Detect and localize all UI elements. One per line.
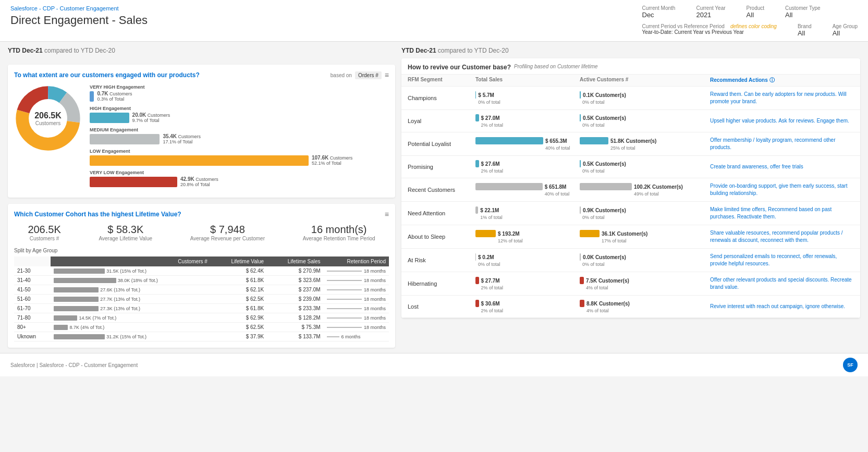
eng-bar — [90, 91, 94, 102]
lifetime-value-cell: $ 61.8K — [211, 304, 267, 313]
metric-value: 16 month(s) — [303, 224, 375, 236]
rfm-row: At Risk $ 0.2M 0% of total 0.0K Customer… — [401, 249, 860, 272]
lifetime-sales-cell: $ 128.2M — [267, 313, 323, 323]
rfm-segment-label: Loyal — [408, 118, 475, 124]
rfm-row: Loyal $ 27.0M 2% of total 0.5K Customer(… — [401, 110, 860, 132]
lifetime-sales-cell: $ 323.6M — [267, 276, 323, 285]
engagement-row: MEDIUM Engagement 35.4K Customers17.1% o… — [90, 127, 389, 144]
retention-cell: 18 months — [324, 295, 389, 304]
rfm-action-text: Send personalized emails to reconnect, o… — [710, 253, 854, 267]
rfm-action-text: Offer other relevant products and specia… — [710, 276, 854, 291]
product-filter[interactable]: Product All — [747, 5, 764, 19]
page-title: Direct Engagement - Sales — [10, 14, 148, 27]
metric-label: Average Lifetime Value — [99, 236, 152, 241]
period-value: Year-to-Date: Current Year vs Previous Y… — [642, 29, 777, 35]
rfm-segment-label: Promising — [408, 164, 475, 170]
rfm-sales-cell: $ 27.7M 2% of total — [475, 277, 580, 290]
eng-info: 35.4K Customers17.1% of Total — [163, 133, 201, 144]
rfm-action-text: Provide on-boarding support, give them e… — [710, 182, 854, 197]
period-label: Current Period vs Reference Period — [642, 23, 725, 29]
rfm-action-text: Share valuable resources, recommend popu… — [710, 229, 854, 244]
lifetime-value-cell: $ 61.8K — [211, 276, 267, 285]
age-group-cell: 80+ — [14, 323, 51, 332]
rfm-segment-label: Hibernating — [408, 280, 475, 287]
eng-bar-row: 20.0K Customers9.7% of Total — [90, 112, 389, 123]
rfm-customers-cell: 8.8K Customer(s) 4% of total — [580, 300, 710, 313]
rfm-customers-cell: 0.1K Customer(s) 0% of total — [580, 91, 710, 105]
current-month-value: Dec — [642, 11, 676, 19]
engagement-menu-icon[interactable]: ≡ — [385, 71, 389, 79]
brand-filter[interactable]: Brand All — [798, 23, 812, 37]
rfm-row: Lost $ 30.6M 2% of total 8.8K Customer(s… — [401, 296, 860, 318]
rfm-subtitle: Profiling based on Customer lifetime — [514, 64, 598, 71]
cohort-table-body: 21-30 31.5K (15% of Tot.) $ 62.4K $ 270.… — [14, 266, 389, 341]
rfm-action-text: Make limited time offers, Recommend base… — [710, 206, 854, 221]
rfm-col-sales: Total Sales — [475, 77, 580, 84]
period-comparison-right: compared to YTD Dec-20 — [438, 47, 509, 54]
rfm-row: About to Sleep $ 193.2M 12% of total 36.… — [401, 225, 860, 249]
current-month-filter[interactable]: Current Month Dec — [642, 5, 676, 19]
customers-cell: 31.5K (15% of Tot.) — [51, 266, 211, 276]
rfm-row: Need Attention $ 22.1M 1% of total 0.9K … — [401, 202, 860, 225]
cohort-table-row: 61-70 27.3K (13% of Tot.) $ 61.8K $ 233.… — [14, 304, 389, 313]
rfm-action-text: Revive interest with reach out campaign,… — [710, 303, 854, 310]
age-group-value: All — [833, 29, 858, 37]
cohort-table-row: 80+ 8.7K (4% of Tot.) $ 62.5K $ 75.3M 18… — [14, 323, 389, 332]
rfm-action-text: Offer membership / loyalty program, reco… — [710, 137, 854, 151]
rfm-customers-cell: 0.5K Customer(s) 0% of total — [580, 114, 710, 128]
cohort-table-row: 21-30 31.5K (15% of Tot.) $ 62.4K $ 270.… — [14, 266, 389, 276]
lifetime-sales-col-header: Lifetime Sales — [267, 256, 323, 266]
engagement-row: VERY LOW Engagement 42.9K Customers20.8%… — [90, 170, 389, 187]
age-group-cell: 61-70 — [14, 304, 51, 313]
age-group-cell: 71-80 — [14, 313, 51, 323]
age-group-filter[interactable]: Age Group All — [833, 23, 858, 37]
customer-type-filter[interactable]: Customer Type All — [785, 5, 821, 19]
cohort-metric: $ 58.3KAverage Lifetime Value — [99, 224, 152, 241]
customers-cell: 14.5K (7% of Tot.) — [51, 313, 211, 323]
cohort-table-row: Uknown 31.2K (15% of Tot.) $ 37.9K $ 133… — [14, 332, 389, 341]
rfm-row: Recent Customers $ 651.8M 40% of total 1… — [401, 178, 860, 202]
header: Salesforce - CDP - Customer Engagement D… — [0, 0, 868, 42]
cohort-menu-icon[interactable]: ≡ — [385, 210, 389, 218]
cohort-table-row: 41-50 27.6K (13% of Tot.) $ 62.1K $ 237.… — [14, 285, 389, 295]
donut-label: Customers — [34, 120, 62, 126]
eng-bar — [90, 155, 309, 166]
rfm-customers-cell: 51.8K Customer(s) 25% of total — [580, 137, 710, 151]
customers-cell: 27.7K (13% of Tot.) — [51, 295, 211, 304]
retention-cell: 18 months — [324, 304, 389, 313]
current-year-filter[interactable]: Current Year 2021 — [696, 5, 725, 19]
period-info: Current Period vs Reference Period defin… — [642, 23, 777, 35]
rfm-sales-cell: $ 651.8M 40% of total — [475, 183, 580, 197]
eng-bar-row: 42.9K Customers20.8% of Total — [90, 176, 389, 187]
period-coding: defines color coding — [730, 23, 777, 29]
lifetime-value-cell: $ 62.4K — [211, 266, 267, 276]
rfm-rows-container: Champions $ 5.7M 0% of total 0.1K Custom… — [401, 87, 860, 318]
lifetime-sales-cell: $ 133.7M — [267, 332, 323, 341]
period-badge-right: YTD Dec-21 compared to YTD Dec-20 — [401, 47, 860, 54]
cohort-card: Which Customer Cohort has the highest Li… — [8, 204, 395, 348]
engagement-row: VERY HIGH Engagement 0.7K Customers0.3% … — [90, 84, 389, 102]
rfm-sales-cell: $ 0.2M 0% of total — [475, 253, 580, 267]
customers-cell: 27.3K (13% of Tot.) — [51, 304, 211, 313]
eng-level-label: VERY HIGH Engagement — [90, 84, 389, 90]
rfm-sales-cell: $ 30.6M 2% of total — [475, 300, 580, 313]
cohort-title: Which Customer Cohort has the highest Li… — [14, 211, 181, 218]
period-badge: YTD Dec-21 compared to YTD Dec-20 — [8, 47, 395, 54]
customers-cell: 8.7K (4% of Tot.) — [51, 323, 211, 332]
lifetime-sales-cell: $ 233.3M — [267, 304, 323, 313]
footer-label: Salesforce | Salesforce - CDP - Customer… — [10, 362, 138, 368]
age-group-col-header — [14, 256, 51, 266]
lifetime-value-cell: $ 62.1K — [211, 285, 267, 295]
right-panel: YTD Dec-21 compared to YTD Dec-20 How to… — [401, 47, 860, 348]
eng-level-label: MEDIUM Engagement — [90, 127, 389, 132]
main-content: YTD Dec-21 compared to YTD Dec-20 To wha… — [0, 42, 868, 353]
period-comparison: compared to YTD Dec-20 — [44, 47, 115, 54]
metric-value: $ 7,948 — [190, 224, 265, 236]
eng-info: 107.6K Customers52.1% of Total — [312, 155, 352, 166]
engagement-title: To what extent are our customers engaged… — [14, 71, 200, 79]
footer: Salesforce | Salesforce - CDP - Customer… — [0, 353, 868, 376]
eng-info: 0.7K Customers0.3% of Total — [97, 91, 132, 102]
eng-info: 42.9K Customers20.8% of Total — [180, 176, 218, 187]
lifetime-sales-cell: $ 270.9M — [267, 266, 323, 276]
customers-col-header: Customers # — [51, 256, 211, 266]
